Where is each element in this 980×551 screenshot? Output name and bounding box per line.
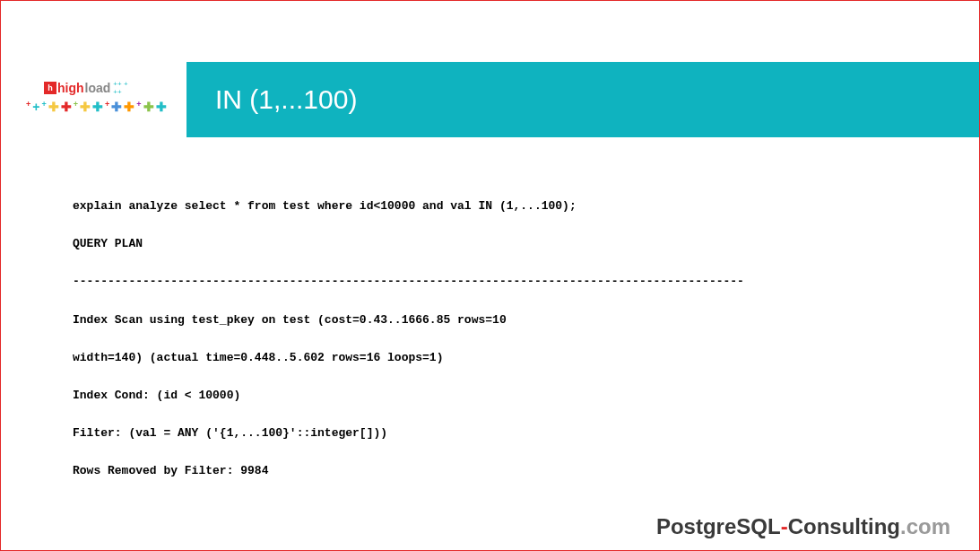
slide-content: explain analyze select * from test where… <box>1 137 979 480</box>
logo-area: h high load ++ +++ + ++ ✚ ✚ + ✚ ✚ + ✚ ✚ … <box>1 62 186 114</box>
footer-consulting: Consulting <box>788 514 900 538</box>
code-line: Index Scan using test_pkey on test (cost… <box>73 312 907 328</box>
code-line: QUERY PLAN <box>73 236 907 252</box>
footer-postgre: Postgre <box>656 514 736 538</box>
highload-logo: h high load ++ +++ <box>44 80 186 96</box>
footer-branding: PostgreSQL-Consulting.com <box>656 514 950 539</box>
code-line: explain analyze select * from test where… <box>73 198 907 214</box>
code-line: Rows Removed by Filter: 9984 <box>73 463 907 479</box>
slide-title: IN (1,...100) <box>215 84 357 115</box>
logo-text-high: high <box>57 81 84 95</box>
title-bar: IN (1,...100) <box>186 62 979 137</box>
code-line: Index Cond: (id < 10000) <box>73 388 907 404</box>
logo-icon: h <box>44 82 56 94</box>
slide-header: h high load ++ +++ + ++ ✚ ✚ + ✚ ✚ + ✚ ✚ … <box>1 62 979 137</box>
decorative-plus-row: + ++ ✚ ✚ + ✚ ✚ + ✚ ✚ + ✚ ✚ <box>26 100 187 114</box>
footer-sql: SQL <box>736 514 780 538</box>
footer-dot: . <box>900 514 906 538</box>
footer-com: com <box>906 514 950 538</box>
logo-accent-icon: ++ +++ <box>113 80 127 96</box>
footer-dash: - <box>781 514 788 538</box>
code-line: width=140) (actual time=0.448..5.602 row… <box>73 350 907 366</box>
code-line: Filter: (val = ANY ('{1,...100}'::intege… <box>73 425 907 442</box>
logo-text-load: load <box>85 81 111 95</box>
code-line: ----------------------------------------… <box>73 274 907 290</box>
